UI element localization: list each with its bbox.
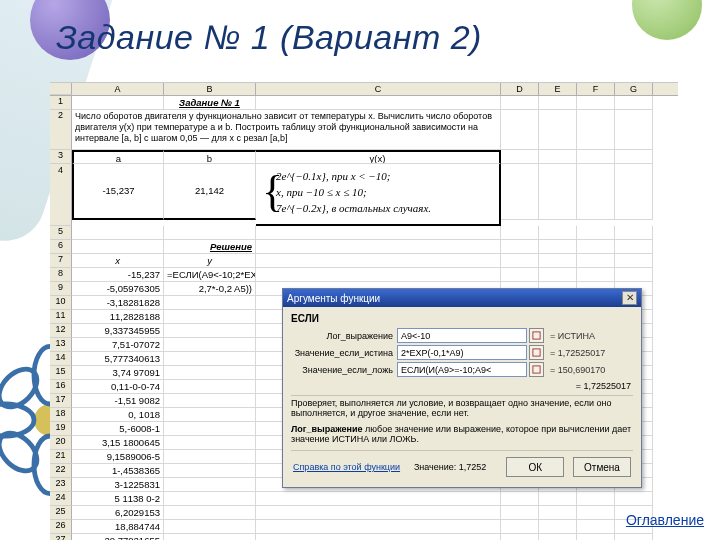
row-header[interactable]: 12 [50,324,72,338]
cell-y[interactable] [164,338,256,352]
cell-y[interactable] [164,380,256,394]
task-text[interactable]: Число оборотов двигателя y функционально… [72,110,501,150]
select-all-corner[interactable] [50,83,72,95]
row-header[interactable]: 20 [50,436,72,450]
col-header-g[interactable]: G [615,83,653,95]
cell-y[interactable] [164,394,256,408]
cell-y[interactable] [164,422,256,436]
cell-y[interactable] [164,464,256,478]
range-selector-icon[interactable] [529,362,544,377]
cell-x[interactable]: 3-1225831 [72,478,164,492]
solution-title[interactable]: Решение [164,240,256,254]
cell-x[interactable]: 5,777340613 [72,352,164,366]
row-header[interactable]: 27 [50,534,72,540]
row-header[interactable]: 13 [50,338,72,352]
cell-y[interactable] [164,534,256,540]
cell-y[interactable] [164,408,256,422]
row-header[interactable]: 11 [50,310,72,324]
row-header[interactable]: 23 [50,478,72,492]
cell-x[interactable]: 11,2828188 [72,310,164,324]
row-header[interactable]: 8 [50,268,72,282]
cell-y[interactable] [164,352,256,366]
col-header-e[interactable]: E [539,83,577,95]
cell-y[interactable] [164,296,256,310]
row-header[interactable]: 26 [50,520,72,534]
row-header[interactable]: 15 [50,366,72,380]
cell-y[interactable] [164,520,256,534]
cell-x[interactable]: 6,2029153 [72,506,164,520]
result-value: Значение: 1,7252 [414,462,486,472]
cell-x[interactable]: 3,15 1800645 [72,436,164,450]
col-header-a[interactable]: A [72,83,164,95]
range-selector-icon[interactable] [529,345,544,360]
cell-x[interactable]: 20,77021655 [72,534,164,540]
col-header-b[interactable]: B [164,83,256,95]
cell-x[interactable]: 5,-6008-1 [72,422,164,436]
row-header[interactable]: 14 [50,352,72,366]
value-b[interactable]: 21,142 [164,164,256,220]
row-header[interactable]: 3 [50,150,72,164]
piecewise-function[interactable]: { 2e^{−0.1x}, при x < −10; x, при −10 ≤ … [256,164,501,226]
cell-x[interactable]: 1-,4538365 [72,464,164,478]
cell-x[interactable]: 0, 1018 [72,408,164,422]
cell-x[interactable]: -1,51 9082 [72,394,164,408]
header-b[interactable]: b [164,150,256,164]
cell-y[interactable]: =ЕСЛИ(A9<-10;2*EXP(-0,1*A9);ЕСЛИ(И(A9>=-… [164,268,256,282]
close-icon[interactable]: ✕ [622,291,637,305]
cell-y[interactable] [164,310,256,324]
col-x[interactable]: x [72,254,164,268]
col-header-d[interactable]: D [501,83,539,95]
cell-y[interactable] [164,450,256,464]
argument-input[interactable] [397,328,527,343]
col-header-f[interactable]: F [577,83,615,95]
cell-y[interactable] [164,506,256,520]
cell-x[interactable]: 3,74 97091 [72,366,164,380]
row-header[interactable]: 22 [50,464,72,478]
dialog-titlebar[interactable]: Аргументы функции ✕ [283,289,641,307]
value-a[interactable]: -15,237 [72,164,164,220]
cell-y[interactable] [164,436,256,450]
slide-title: Задание № 1 (Вариант 2) [0,0,720,63]
cell-x[interactable]: 9,337345955 [72,324,164,338]
cell-x[interactable]: -3,18281828 [72,296,164,310]
row-header[interactable]: 1 [50,96,72,110]
cell-y[interactable] [164,478,256,492]
row-header[interactable]: 4 [50,164,72,226]
toc-link[interactable]: Оглавление [626,512,704,528]
argument-input[interactable] [397,345,527,360]
cell-y[interactable]: 2,7*-0,2 A5)) [164,282,256,296]
cell-y[interactable] [164,366,256,380]
help-link[interactable]: Справка по этой функции [293,462,400,472]
cell-x[interactable]: 7,51-07072 [72,338,164,352]
cell-x[interactable]: 5 1138 0-2 [72,492,164,506]
cell-y[interactable] [164,324,256,338]
header-a[interactable]: a [72,150,164,164]
row-header[interactable]: 2 [50,110,72,150]
row-header[interactable]: 19 [50,422,72,436]
header-yx[interactable]: y(x) [256,150,501,164]
cell-y[interactable] [164,492,256,506]
row-header[interactable]: 21 [50,450,72,464]
cell-x[interactable]: 9,1589006-5 [72,450,164,464]
argument-input[interactable] [397,362,527,377]
cell-x[interactable]: 0,11-0-0-74 [72,380,164,394]
cell-x[interactable]: 18,884744 [72,520,164,534]
row-header[interactable]: 9 [50,282,72,296]
table-row: 256,2029153 [50,506,678,520]
table-row: 2618,884744 [50,520,678,534]
cancel-button[interactable]: Отмена [573,457,631,477]
row-header[interactable]: 18 [50,408,72,422]
task-title[interactable]: Задание № 1 [164,96,256,110]
cell-x[interactable]: -5,05976305 [72,282,164,296]
range-selector-icon[interactable] [529,328,544,343]
cell-x[interactable]: -15,237 [72,268,164,282]
row-header[interactable]: 24 [50,492,72,506]
ok-button[interactable]: ОК [506,457,564,477]
row-header[interactable]: 17 [50,394,72,408]
row-header[interactable]: 16 [50,380,72,394]
col-header-c[interactable]: C [256,83,501,95]
svg-point-3 [0,404,34,436]
row-header[interactable]: 25 [50,506,72,520]
row-header[interactable]: 10 [50,296,72,310]
col-y[interactable]: y [164,254,256,268]
